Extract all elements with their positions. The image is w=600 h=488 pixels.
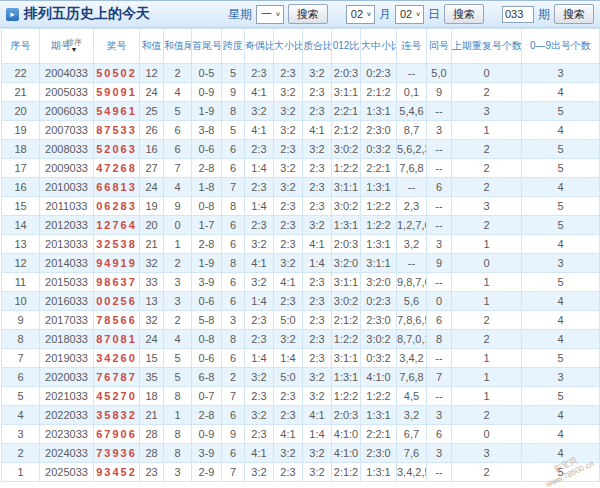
- table-cell: 3:2: [274, 121, 303, 140]
- table-cell: 9: [222, 83, 245, 102]
- table-cell: 2:3: [245, 425, 274, 444]
- table-cell: 3:2:0: [361, 273, 397, 292]
- table-cell: 6: [222, 292, 245, 311]
- table-cell: 1-9: [192, 254, 222, 273]
- table-cell: 2:3: [274, 235, 303, 254]
- table-cell: 1-9: [192, 102, 222, 121]
- day-select-value: 02: [400, 8, 412, 20]
- table-row: 62020033767873556-823:25:03:21:3:14:1:07…: [2, 368, 600, 387]
- table-cell: 4:1: [274, 273, 303, 292]
- table-cell: 2:3: [303, 83, 332, 102]
- table-cell: 7: [222, 463, 245, 482]
- table-cell: 2:0:3: [332, 406, 361, 425]
- table-cell: 12: [140, 64, 164, 83]
- table-row: 82018033870812440-882:33:22:31:2:23:0:28…: [2, 330, 600, 349]
- table-row: 102016033002561330-661:42:32:33:0:20:2:3…: [2, 292, 600, 311]
- table-cell: 3:2: [303, 140, 332, 159]
- table-cell: 2: [164, 64, 192, 83]
- table-cell: 2-8: [192, 406, 222, 425]
- table-cell: 2014033: [40, 254, 94, 273]
- table-cell: 6: [222, 140, 245, 159]
- table-cell: 2:3:0: [361, 311, 397, 330]
- table-cell: 6: [164, 140, 192, 159]
- table-cell: 3: [2, 425, 40, 444]
- table-cell: 2:3: [274, 292, 303, 311]
- table-cell: 9,8,7,6: [397, 273, 427, 292]
- table-cell: 0-7: [192, 387, 222, 406]
- week-select[interactable]: 一 ∨: [256, 5, 284, 24]
- table-cell: 4: [2, 406, 40, 425]
- table-cell: 4: [522, 178, 600, 197]
- table-cell: 5: [522, 216, 600, 235]
- table-cell: 35: [140, 368, 164, 387]
- table-cell: 3:2: [245, 273, 274, 292]
- sort-button[interactable]: 排序▼: [66, 39, 82, 53]
- table-cell: 13: [2, 235, 40, 254]
- prize-number-cell: 12764: [94, 216, 140, 235]
- prize-number-cell: 66813: [94, 178, 140, 197]
- issue-search-button[interactable]: 搜索: [554, 4, 594, 24]
- table-cell: 1: [452, 121, 522, 140]
- table-cell: 3:1:1: [361, 254, 397, 273]
- table-cell: 2:3: [274, 406, 303, 425]
- table-cell: 28: [140, 444, 164, 463]
- month-select[interactable]: 02 ∨: [346, 5, 375, 24]
- prize-number-cell: 94919: [94, 254, 140, 273]
- table-cell: 4: [522, 330, 600, 349]
- table-row: 92017033785663225-832:35:02:32:1:22:3:07…: [2, 311, 600, 330]
- week-select-value: 一: [261, 7, 272, 22]
- table-cell: 1:2:2: [332, 330, 361, 349]
- column-header-11: 012比: [332, 29, 361, 64]
- table-cell: 2: [164, 254, 192, 273]
- table-cell: 1-8: [192, 178, 222, 197]
- date-search-button[interactable]: 搜索: [444, 4, 484, 24]
- title-bullet-icon: ▸: [6, 8, 19, 21]
- table-cell: 0: [427, 292, 452, 311]
- table-cell: 5: [222, 121, 245, 140]
- table-cell: 3:2: [303, 368, 332, 387]
- table-cell: 4: [522, 121, 600, 140]
- prize-number-cell: 06283: [94, 197, 140, 216]
- prize-number-cell: 54961: [94, 102, 140, 121]
- table-cell: 3:2: [245, 406, 274, 425]
- table-cell: 2: [452, 178, 522, 197]
- prize-number-cell: 50502: [94, 64, 140, 83]
- table-cell: 2: [164, 311, 192, 330]
- table-cell: 2:2:1: [361, 159, 397, 178]
- table-cell: 0-9: [192, 425, 222, 444]
- prize-number-cell: 98637: [94, 273, 140, 292]
- table-cell: 2:2:1: [361, 425, 397, 444]
- table-cell: 2: [452, 159, 522, 178]
- table-row: 132013033325382112-863:22:34:12:0:31:3:1…: [2, 235, 600, 254]
- week-search-button[interactable]: 搜索: [288, 4, 328, 24]
- table-cell: 1:3:1: [332, 216, 361, 235]
- table-cell: 5: [164, 349, 192, 368]
- table-cell: 2006033: [40, 102, 94, 121]
- table-cell: 6: [427, 178, 452, 197]
- day-select[interactable]: 02 ∨: [395, 5, 424, 24]
- table-cell: 8: [222, 254, 245, 273]
- table-cell: 3:1:1: [332, 178, 361, 197]
- table-cell: 3:2: [303, 216, 332, 235]
- column-header-5: 和值尾: [164, 29, 192, 64]
- table-cell: 5: [522, 349, 600, 368]
- table-cell: 3:2: [274, 178, 303, 197]
- table-cell: 22: [2, 64, 40, 83]
- table-cell: 2013033: [40, 235, 94, 254]
- column-header-12: 大中小比: [361, 29, 397, 64]
- table-cell: 5,4,6: [397, 102, 427, 121]
- table-cell: --: [397, 64, 427, 83]
- table-cell: 1: [452, 387, 522, 406]
- table-cell: 1: [452, 273, 522, 292]
- table-cell: 1:4: [245, 349, 274, 368]
- table-cell: 4,5: [397, 387, 427, 406]
- issue-input[interactable]: [502, 6, 534, 23]
- table-cell: 8: [222, 102, 245, 121]
- table-cell: 3: [452, 444, 522, 463]
- table-cell: --: [427, 216, 452, 235]
- prize-number-cell: 87533: [94, 121, 140, 140]
- table-cell: 2015033: [40, 273, 94, 292]
- table-cell: 2024033: [40, 444, 94, 463]
- search-controls: 星期 一 ∨ 搜索 02 ∨ 月 02 ∨ 日 搜索 期 搜索: [228, 4, 594, 24]
- column-header-16: 0—9出号个数: [522, 29, 600, 64]
